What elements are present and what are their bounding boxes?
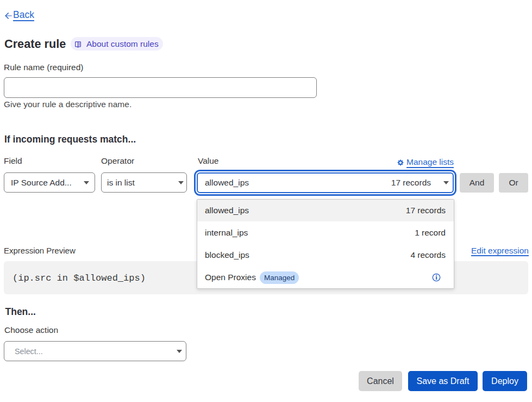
svg-text:i: i [435,274,437,281]
